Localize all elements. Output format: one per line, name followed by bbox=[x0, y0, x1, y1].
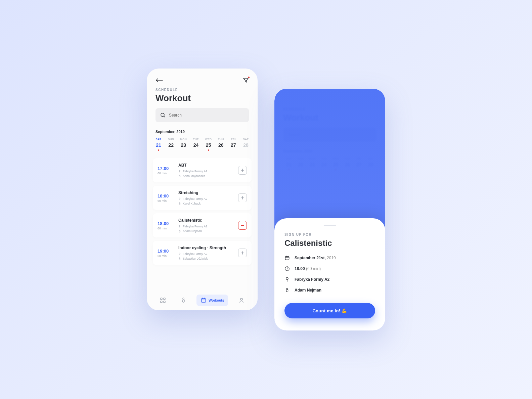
info-col: Indoor cycling - Strength Fabryka Formy … bbox=[178, 246, 233, 260]
day-num: 26 bbox=[218, 142, 224, 148]
workout-card[interactable]: 19:00 60 min Indoor cycling - Strength F… bbox=[153, 241, 252, 265]
info-col: Calistenistic Fabryka Formy A2 Adam Nejm… bbox=[178, 218, 233, 233]
day-dot bbox=[208, 149, 209, 151]
day-25[interactable]: WED25 bbox=[203, 138, 214, 151]
day-label: SUN bbox=[168, 138, 174, 141]
svg-point-7 bbox=[179, 253, 180, 254]
workout-time: 19:00 bbox=[158, 249, 169, 254]
time-col: 18:00 60 min bbox=[158, 193, 174, 203]
day-num: 28 bbox=[243, 142, 249, 148]
workout-name: Calistenistic bbox=[284, 238, 375, 248]
tab-profile[interactable] bbox=[234, 295, 249, 306]
day-24[interactable]: TUE24 bbox=[190, 138, 202, 151]
workout-duration: 60 min bbox=[158, 227, 167, 230]
workout-trainer: Karol Kubacki bbox=[178, 202, 233, 205]
person-icon bbox=[238, 297, 245, 303]
remove-workout-button[interactable] bbox=[238, 221, 247, 230]
workout-time: 18:00 bbox=[158, 221, 169, 226]
tab-dashboard[interactable] bbox=[156, 295, 170, 306]
trainer-text: Adam Nejman bbox=[295, 288, 321, 293]
day-28[interactable]: SAT28 bbox=[240, 138, 252, 151]
workout-time: 17:00 bbox=[158, 166, 169, 171]
search-input[interactable] bbox=[169, 113, 244, 118]
day-num: 22 bbox=[168, 142, 174, 148]
svg-point-19 bbox=[286, 288, 288, 290]
workout-time: 18:00 bbox=[158, 193, 169, 198]
tabbar: Workouts bbox=[147, 290, 258, 310]
workout-title: Calistenistic bbox=[178, 218, 233, 223]
svg-rect-9 bbox=[161, 298, 162, 300]
svg-point-4 bbox=[179, 203, 180, 203]
day-dot bbox=[245, 149, 247, 151]
svg-point-13 bbox=[183, 298, 184, 299]
filter-button[interactable] bbox=[243, 77, 249, 83]
day-num: 24 bbox=[193, 142, 199, 148]
detail-date: September 21st, 2019 bbox=[284, 255, 375, 261]
day-dot bbox=[220, 149, 222, 151]
month-label: September, 2019 bbox=[147, 130, 258, 138]
detail-trainer: Adam Nejman bbox=[284, 287, 375, 293]
add-workout-button[interactable] bbox=[238, 166, 247, 175]
search-bar[interactable] bbox=[156, 108, 249, 122]
day-dot bbox=[158, 149, 159, 151]
svg-point-6 bbox=[179, 230, 180, 231]
day-num: 25 bbox=[206, 142, 211, 148]
location-text: Fabryka Formy A2 bbox=[295, 277, 329, 282]
tab-activity[interactable] bbox=[176, 295, 190, 306]
day-dot bbox=[233, 149, 234, 151]
day-label: WED bbox=[205, 138, 212, 141]
svg-point-8 bbox=[179, 258, 180, 258]
workouts-list: 17:00 60 min ABT Fabryka Formy A2 Anna M… bbox=[147, 158, 258, 265]
add-workout-button[interactable] bbox=[238, 249, 247, 257]
clock-icon bbox=[284, 266, 290, 271]
workout-title: ABT bbox=[178, 163, 233, 168]
svg-point-3 bbox=[179, 198, 180, 199]
day-num: 21 bbox=[156, 142, 161, 148]
day-27[interactable]: FRI27 bbox=[228, 138, 239, 151]
grid-icon bbox=[160, 297, 166, 303]
day-21[interactable]: SAT21 bbox=[153, 138, 164, 151]
svg-point-18 bbox=[286, 277, 288, 279]
add-workout-button[interactable] bbox=[238, 193, 247, 202]
count-me-in-button[interactable]: Count me in! 💪 bbox=[284, 303, 375, 318]
day-22[interactable]: SUN22 bbox=[165, 138, 177, 151]
workout-title: Stretching bbox=[178, 190, 233, 195]
signup-sheet: SIGN UP FOR Calistenistic September 21st… bbox=[274, 218, 385, 330]
day-label: FRI bbox=[231, 138, 236, 141]
workout-card[interactable]: 17:00 60 min ABT Fabryka Formy A2 Anna M… bbox=[153, 158, 252, 182]
sheet-handle[interactable] bbox=[324, 225, 336, 226]
info-col: ABT Fabryka Formy A2 Anna Majdańska bbox=[178, 163, 233, 178]
day-label: SAT bbox=[243, 138, 249, 141]
day-dot bbox=[183, 149, 184, 151]
svg-point-1 bbox=[179, 170, 180, 171]
back-button[interactable] bbox=[156, 78, 163, 83]
workout-trainer: Anna Majdańska bbox=[178, 174, 233, 178]
workout-trainer: Sebastian Jóźwiak bbox=[178, 257, 233, 260]
day-label: TUE bbox=[193, 138, 199, 141]
day-label: MON bbox=[180, 138, 187, 141]
workout-location: Fabryka Formy A2 bbox=[178, 170, 233, 173]
time-col: 17:00 60 min bbox=[158, 166, 174, 175]
svg-point-15 bbox=[240, 298, 242, 300]
detail-time: 18:00 (60 min) bbox=[284, 266, 375, 271]
info-col: Stretching Fabryka Formy A2 Karol Kuback… bbox=[178, 190, 233, 205]
schedule-eyebrow: SCHEDULE bbox=[156, 88, 249, 92]
workout-card[interactable]: 18:00 60 min Calistenistic Fabryka Formy… bbox=[153, 213, 252, 237]
search-icon bbox=[160, 113, 166, 118]
day-dot bbox=[170, 149, 172, 151]
time-text: 18:00 (60 min) bbox=[295, 266, 321, 271]
date-text: September 21st, 2019 bbox=[295, 256, 336, 260]
workout-location: Fabryka Formy A2 bbox=[178, 225, 233, 228]
workout-schedule-screen: SCHEDULE Workout September, 2019 SAT21SU… bbox=[147, 69, 258, 310]
day-picker: SAT21SUN22MON23TUE24WED25THU26FRI27SAT28 bbox=[147, 138, 258, 158]
workout-location: Fabryka Formy A2 bbox=[178, 197, 233, 201]
tab-workouts[interactable]: Workouts bbox=[196, 295, 228, 306]
svg-rect-12 bbox=[164, 301, 165, 303]
workout-trainer: Adam Nejman bbox=[178, 229, 233, 233]
day-23[interactable]: MON23 bbox=[178, 138, 189, 151]
workout-duration: 60 min bbox=[158, 199, 167, 203]
time-col: 19:00 60 min bbox=[158, 249, 174, 258]
workout-title: Indoor cycling - Strength bbox=[178, 246, 233, 250]
workout-card[interactable]: 18:00 60 min Stretching Fabryka Formy A2… bbox=[153, 186, 252, 210]
day-26[interactable]: THU26 bbox=[215, 138, 227, 151]
